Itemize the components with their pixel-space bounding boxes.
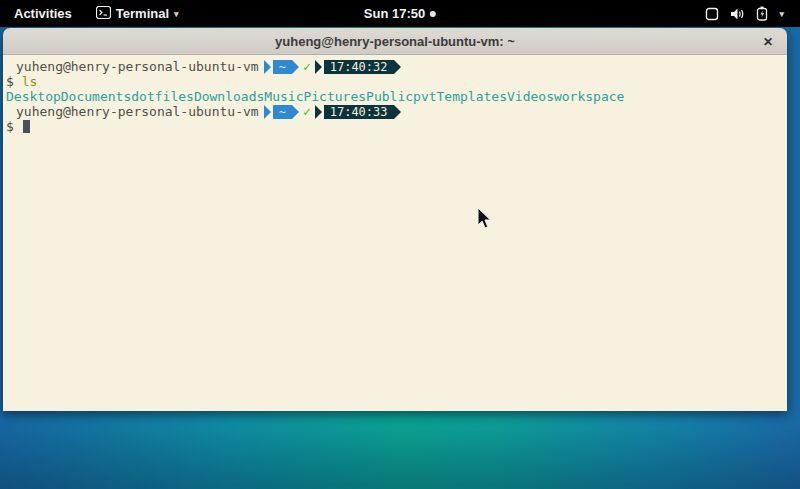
- powerline-arrow-icon: [394, 105, 401, 119]
- clock-menu[interactable]: Sun 17:50: [364, 0, 436, 27]
- app-menu-terminal[interactable]: Terminal ▾: [96, 6, 179, 22]
- system-tray-menu[interactable]: ▾: [705, 0, 800, 27]
- status-check-icon: ✓: [299, 104, 315, 119]
- text-cursor: [23, 120, 30, 133]
- typed-command: ls: [22, 74, 38, 89]
- powerline-arrow-icon: [315, 60, 322, 74]
- directory-name: pvt: [413, 89, 436, 104]
- chevron-down-icon: ▾: [779, 9, 784, 19]
- prompt-symbol: $: [6, 119, 14, 134]
- directory-name: Downloads: [194, 89, 264, 104]
- prompt-symbol: $: [6, 74, 14, 89]
- directory-name: Public: [366, 89, 413, 104]
- powerline-arrow-icon: [292, 105, 299, 119]
- directory-name: Music: [264, 89, 303, 104]
- prompt-line: yuheng@henry-personal-ubuntu-vm ~ ✓ 17:4…: [6, 104, 787, 119]
- prompt-time-segment: 17:40:33: [324, 105, 394, 119]
- prompt-user-host: yuheng@henry-personal-ubuntu-vm: [16, 59, 259, 74]
- mouse-cursor-icon: [477, 207, 494, 234]
- powerline-arrow-icon: [315, 105, 322, 119]
- directory-name: dotfiles: [131, 89, 194, 104]
- prompt-line: yuheng@henry-personal-ubuntu-vm ~ ✓ 17:4…: [6, 59, 787, 74]
- directory-name: Pictures: [303, 89, 366, 104]
- app-menu-label: Terminal: [116, 6, 169, 21]
- powerline-arrow-icon: [394, 60, 401, 74]
- terminal-content[interactable]: yuheng@henry-personal-ubuntu-vm ~ ✓ 17:4…: [3, 55, 787, 411]
- input-line[interactable]: $: [6, 119, 787, 134]
- terminal-window: yuheng@henry-personal-ubuntu-vm: ~ ✕ yuh…: [3, 28, 787, 411]
- gnome-top-bar: Activities Terminal ▾ Sun 17:50: [0, 0, 800, 27]
- prompt-path-segment: ~: [273, 60, 292, 74]
- terminal-icon: [96, 6, 111, 22]
- window-title: yuheng@henry-personal-ubuntu-vm: ~: [275, 34, 515, 49]
- screen-icon: [705, 7, 719, 21]
- prompt-time-segment: 17:40:32: [324, 60, 394, 74]
- battery-charging-icon: [756, 6, 768, 21]
- powerline-arrow-icon: [264, 60, 271, 74]
- top-bar-left: Activities Terminal ▾: [0, 6, 179, 22]
- ls-output-line: Desktop Documents dotfiles Downloads Mus…: [6, 89, 787, 104]
- recording-indicator-dot: [430, 11, 436, 17]
- prompt-user-host: yuheng@henry-personal-ubuntu-vm: [16, 104, 259, 119]
- directory-name: Documents: [61, 89, 131, 104]
- directory-name: Videos: [507, 89, 554, 104]
- volume-icon: [730, 7, 745, 21]
- screen: Activities Terminal ▾ Sun 17:50: [0, 0, 800, 489]
- window-titlebar[interactable]: yuheng@henry-personal-ubuntu-vm: ~ ✕: [3, 28, 787, 55]
- powerline-arrow-icon: [264, 105, 271, 119]
- close-icon[interactable]: ✕: [759, 33, 777, 51]
- command-line: $ ls: [6, 74, 787, 89]
- prompt-path-segment: ~: [273, 105, 292, 119]
- directory-name: Desktop: [6, 89, 61, 104]
- directory-name: Templates: [437, 89, 507, 104]
- clock-label: Sun 17:50: [364, 6, 425, 21]
- powerline-arrow-icon: [292, 60, 299, 74]
- status-check-icon: ✓: [299, 59, 315, 74]
- chevron-down-icon: ▾: [174, 9, 179, 19]
- directory-name: workspace: [554, 89, 624, 104]
- activities-button[interactable]: Activities: [10, 6, 76, 21]
